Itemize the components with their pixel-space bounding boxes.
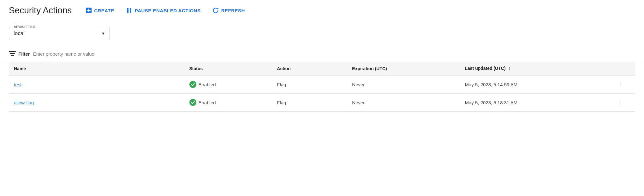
refresh-label: REFRESH — [221, 8, 245, 13]
row-name-link[interactable]: test — [14, 82, 21, 87]
filter-icon — [9, 51, 16, 57]
status-label: Enabled — [199, 100, 216, 105]
page-title: Security Actions — [9, 5, 72, 15]
action-cell: Flag — [272, 94, 347, 112]
expiration-cell: Never — [347, 76, 460, 94]
enabled-icon — [189, 99, 196, 106]
header-actions: CREATE PAUSE ENABLED ACTIONS REFRESH — [82, 4, 249, 16]
table-header-row: Name Status Action Expiration (UTC) Last… — [9, 62, 635, 76]
row-name-link[interactable]: allow-flag — [14, 100, 34, 105]
environment-value: local — [14, 30, 25, 37]
pause-button[interactable]: PAUSE ENABLED ACTIONS — [122, 4, 205, 16]
col-header-status: Status — [184, 62, 272, 76]
refresh-icon — [212, 7, 219, 14]
table-row: allow-flag Enabled FlagNeverMay 5, 2023,… — [9, 94, 635, 112]
col-header-action: Action — [272, 62, 347, 76]
row-menu-cell: ⋮ — [610, 94, 635, 112]
pause-icon — [126, 7, 133, 14]
action-cell: Flag — [272, 76, 347, 94]
row-menu-button[interactable]: ⋮ — [615, 80, 627, 89]
pause-label: PAUSE ENABLED ACTIONS — [135, 8, 201, 13]
lastupdated-cell: May 5, 2023, 5:14:59 AM — [460, 76, 610, 94]
status-cell: Enabled — [189, 99, 267, 106]
sort-asc-icon: ↑ — [508, 66, 510, 71]
environment-section: Environment local ▼ — [0, 21, 644, 40]
filter-input[interactable] — [33, 51, 134, 57]
row-menu-button[interactable]: ⋮ — [615, 98, 627, 107]
status-label: Enabled — [199, 82, 216, 87]
filter-row: Filter — [0, 46, 644, 62]
filter-label: Filter — [18, 51, 30, 57]
lastupdated-cell: May 5, 2023, 5:18:31 AM — [460, 94, 610, 112]
filter-label-group: Filter — [9, 51, 30, 57]
row-menu-cell: ⋮ — [610, 76, 635, 94]
col-header-menu — [610, 62, 635, 76]
svg-rect-4 — [130, 8, 131, 13]
table-row: test Enabled FlagNeverMay 5, 2023, 5:14:… — [9, 76, 635, 94]
table-container: Name Status Action Expiration (UTC) Last… — [0, 62, 644, 112]
enabled-icon — [189, 81, 196, 88]
page-header: Security Actions CREATE PAUSE ENABLED A — [0, 0, 644, 21]
col-header-expiration: Expiration (UTC) — [347, 62, 460, 76]
status-cell: Enabled — [189, 81, 267, 88]
col-header-lastupdated[interactable]: Last updated (UTC) ↑ — [460, 62, 610, 76]
col-header-name: Name — [9, 62, 184, 76]
create-label: CREATE — [94, 8, 114, 13]
refresh-button[interactable]: REFRESH — [208, 4, 249, 16]
expiration-cell: Never — [347, 94, 460, 112]
environment-dropdown[interactable]: Environment local ▼ — [9, 27, 110, 40]
svg-rect-3 — [127, 8, 128, 13]
create-button[interactable]: CREATE — [82, 5, 118, 16]
plus-square-icon — [86, 7, 92, 14]
environment-label: Environment — [12, 24, 36, 29]
environment-value-row: local ▼ — [14, 29, 105, 37]
chevron-down-icon: ▼ — [101, 31, 105, 36]
security-actions-table: Name Status Action Expiration (UTC) Last… — [9, 62, 635, 112]
